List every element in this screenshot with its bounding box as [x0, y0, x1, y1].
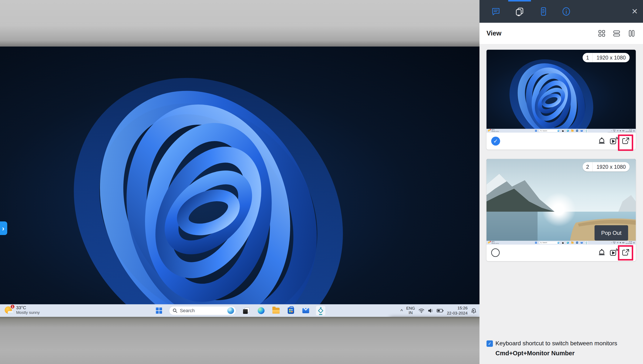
popout-icon[interactable] [621, 137, 630, 146]
check-icon: ✓ [493, 138, 498, 144]
grid-layout-icon[interactable] [598, 30, 605, 37]
file-explorer-icon [272, 308, 280, 314]
close-panel-icon[interactable]: ✕ [631, 0, 638, 23]
language-indicator[interactable]: ENG IN [406, 306, 415, 315]
task-view-button[interactable] [242, 306, 251, 315]
zoho-assist-session-window: › Zoho Assist ✕ [0, 0, 643, 364]
zoho-assist-icon [318, 308, 323, 314]
tab-session-info[interactable] [558, 0, 575, 23]
language-line1: ENG [406, 306, 415, 310]
monitor-1-thumbnail[interactable]: › Zoho Assist ✕ [486, 50, 636, 132]
layout-switcher [598, 30, 635, 37]
monitor-2-actions [486, 244, 636, 261]
task-view-icon [243, 308, 249, 314]
notification-bell-icon[interactable] [471, 308, 476, 314]
popout-tooltip: Pop Out [594, 225, 628, 240]
tray-time: 15:26 [457, 306, 468, 310]
zoho-assist-app-button[interactable] [316, 306, 325, 315]
expand-side-tab[interactable]: › [0, 222, 7, 235]
info-icon [561, 7, 571, 16]
tray-date: 22-03-2024 [447, 311, 468, 315]
shortcut-checkbox[interactable]: ✓ [486, 340, 493, 347]
windows-start-icon [156, 308, 162, 314]
panel-title: View [486, 30, 501, 37]
battery-icon[interactable] [437, 309, 444, 312]
windows-taskbar: 1 33°C Mostly sunny Searc [0, 304, 479, 317]
mail-icon [302, 308, 309, 313]
weather-sun-icon: 1 [5, 306, 14, 314]
monitor-card-2[interactable]: 1 33°C Mostly sunny Searc [486, 159, 636, 261]
microsoft-store-button[interactable] [286, 306, 296, 315]
monitor-number: 1 [583, 54, 592, 61]
session-side-panel: ✕ View [479, 0, 643, 364]
weather-widget[interactable]: 1 33°C Mostly sunny [5, 305, 40, 315]
panel-body: › Zoho Assist ✕ [479, 44, 643, 364]
panel-tab-bar: ✕ [479, 0, 643, 23]
tab-monitors[interactable] [511, 0, 528, 23]
shortcut-setting: ✓ Keyboard shortcut to switch between mo… [486, 340, 635, 357]
microsoft-store-icon [288, 308, 294, 314]
viewer-stage: › Zoho Assist ✕ [0, 0, 479, 364]
active-app-indicator [319, 314, 322, 315]
language-line2: IN [409, 310, 413, 315]
monitor-number: 2 [583, 164, 592, 170]
monitor-card-1[interactable]: › Zoho Assist ✕ [486, 50, 636, 150]
chevron-right-icon: › [2, 224, 4, 232]
monitor-2-thumbnail[interactable]: 1 33°C Mostly sunny Searc [486, 159, 636, 244]
weather-temperature: 33°C [16, 305, 40, 310]
mail-button[interactable] [301, 306, 310, 315]
wifi-icon[interactable] [418, 308, 424, 313]
tray-overflow-caret-icon[interactable]: ^ [400, 308, 403, 314]
edge-icon [258, 307, 265, 314]
weather-badge: 1 [10, 304, 15, 309]
search-daily-image-icon [227, 307, 234, 314]
shortcut-label: Keyboard shortcut to switch between moni… [495, 340, 617, 347]
screen-share-icon[interactable] [609, 137, 618, 145]
search-icon [173, 308, 177, 313]
panel-header: View [479, 23, 643, 44]
screen-share-icon[interactable] [609, 248, 618, 257]
windows-bloom-wallpaper [0, 46, 479, 317]
notify-bell-icon[interactable] [597, 248, 606, 257]
popout-icon[interactable] [621, 248, 630, 257]
clock-widget[interactable]: 15:26 22-03-2024 [447, 306, 468, 316]
edge-button[interactable] [256, 306, 266, 315]
weather-condition: Mostly sunny [16, 310, 40, 315]
monitor-2-select-radio[interactable] [491, 248, 500, 257]
monitor-1-selected-check[interactable]: ✓ [491, 137, 500, 146]
monitor-1-resolution-badge: 1 1920 x 1080 [583, 53, 629, 62]
chat-icon [491, 7, 500, 16]
start-button[interactable] [154, 306, 164, 315]
monitor-2-resolution-badge: 2 1920 x 1080 [583, 162, 629, 172]
shortcut-combo: Cmd+Opt+Monitor Number [495, 350, 635, 357]
tab-chat[interactable] [487, 0, 504, 23]
column-layout-icon[interactable] [628, 30, 635, 37]
monitor-1-actions: ✓ [486, 132, 636, 150]
row-layout-icon[interactable] [613, 30, 620, 37]
file-explorer-button[interactable] [271, 306, 281, 315]
system-tray: ^ ENG IN [400, 304, 476, 317]
search-placeholder: Search [180, 308, 225, 314]
monitor-resolution: 1920 x 1080 [593, 164, 629, 170]
monitors-icon [515, 7, 524, 16]
taskbar-search[interactable]: Search [169, 306, 236, 315]
taskbar-center-icons: Search [154, 306, 325, 315]
remote-desktop-screen[interactable]: › Zoho Assist ✕ [0, 46, 479, 317]
monitor-resolution: 1920 x 1080 [593, 54, 629, 61]
volume-icon[interactable] [428, 308, 433, 313]
check-icon: ✓ [488, 341, 492, 346]
notes-icon [539, 7, 548, 16]
notify-bell-icon[interactable] [597, 137, 606, 145]
tab-notes[interactable] [535, 0, 552, 23]
